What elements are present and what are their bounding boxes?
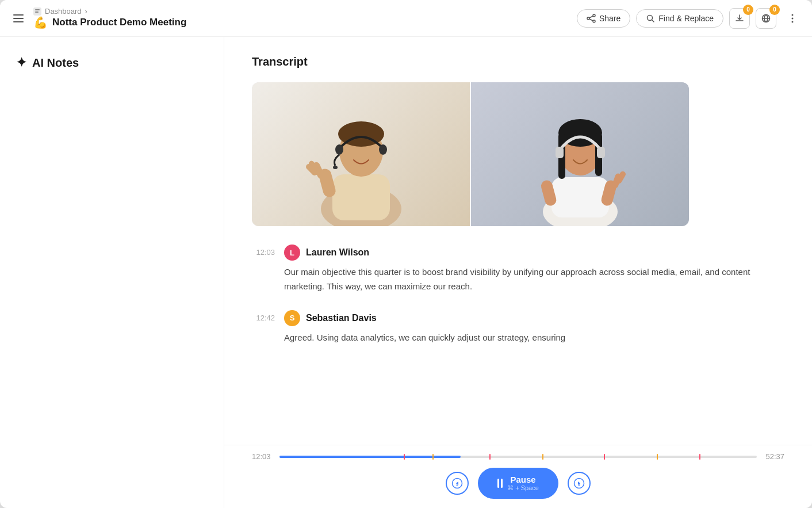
- transcript-header: Transcript: [252, 55, 784, 68]
- translate-button[interactable]: 0: [756, 8, 776, 29]
- title-bar: Dashboard › 💪 Notta Product Demo Meeting: [0, 0, 812, 37]
- progress-fill: [279, 456, 461, 458]
- pause-icon: [497, 479, 503, 488]
- svg-line-10: [589, 19, 593, 21]
- breadcrumb-separator: ›: [85, 7, 87, 16]
- transcript-text: Our main objective this quarter is to bo…: [284, 265, 784, 294]
- transcript-area: Transcript: [224, 37, 812, 445]
- ai-notes-header: ✦ AI Notes: [16, 55, 208, 70]
- speaker-row: S Sebastian Davis: [284, 310, 784, 326]
- page-title: 💪 Notta Product Demo Meeting: [33, 16, 186, 29]
- pause-label-group: Pause ⌘ + Space: [507, 475, 539, 492]
- waveform-mark: [489, 454, 491, 460]
- pause-button[interactable]: Pause ⌘ + Space: [478, 468, 558, 499]
- svg-rect-1: [13, 18, 24, 19]
- find-replace-button[interactable]: Find & Replace: [636, 9, 723, 28]
- waveform-mark: [699, 454, 700, 460]
- page-title-text: Notta Product Demo Meeting: [52, 17, 186, 28]
- video-person-left: [252, 82, 471, 226]
- pause-bar: [501, 479, 503, 488]
- speaker-row: L Lauren Wilson: [284, 245, 784, 261]
- time-end: 52:37: [764, 452, 784, 461]
- svg-point-16: [792, 17, 794, 19]
- title-emoji: 💪: [33, 16, 48, 29]
- svg-rect-30: [551, 177, 609, 217]
- download-badge: 0: [743, 5, 753, 15]
- player-bar: 12:03 52:37: [224, 445, 812, 508]
- transcript-entry: 12:03 L Lauren Wilson Our main objective…: [252, 245, 784, 294]
- more-options-button[interactable]: [782, 8, 803, 29]
- avatar: L: [284, 245, 300, 261]
- ai-notes-panel: ✦ AI Notes: [0, 37, 224, 508]
- video-preview: [252, 82, 689, 226]
- sparkle-icon: ✦: [16, 55, 26, 70]
- progress-bar-container: 12:03 52:37: [252, 452, 784, 461]
- player-controls: 3 Pause ⌘ + Space: [252, 468, 784, 499]
- page-title-row: Dashboard › 💪 Notta Product Demo Meeting: [33, 7, 186, 29]
- share-label: Share: [599, 14, 621, 23]
- avatar: S: [284, 310, 300, 326]
- waveform-mark: [604, 454, 605, 460]
- svg-line-9: [589, 16, 593, 18]
- video-person-right: [471, 82, 689, 226]
- svg-rect-36: [597, 147, 605, 158]
- entry-content: S Sebastian Davis Agreed. Using data ana…: [284, 310, 784, 345]
- menu-button[interactable]: [9, 9, 28, 28]
- speaker-name: Sebastian Davis: [306, 313, 377, 323]
- breadcrumb-label: Dashboard: [45, 7, 82, 16]
- svg-point-6: [593, 14, 595, 17]
- entry-content: L Lauren Wilson Our main objective this …: [284, 245, 784, 294]
- breadcrumb: Dashboard ›: [33, 7, 186, 16]
- find-replace-label: Find & Replace: [658, 14, 714, 23]
- pause-bar: [497, 479, 499, 488]
- svg-rect-19: [332, 174, 390, 220]
- svg-point-23: [379, 144, 387, 155]
- skip-forward-button[interactable]: 3: [568, 472, 591, 495]
- transcript-panel: Transcript: [224, 37, 812, 508]
- share-button[interactable]: Share: [577, 9, 630, 28]
- waveform-mark: [657, 454, 658, 460]
- app-window: Dashboard › 💪 Notta Product Demo Meeting: [0, 0, 812, 508]
- svg-rect-2: [13, 21, 24, 22]
- transcript-text: Agreed. Using data analytics, we can qui…: [284, 331, 784, 345]
- svg-rect-35: [556, 147, 564, 158]
- svg-rect-4: [35, 9, 40, 10]
- svg-rect-0: [13, 14, 24, 16]
- pause-shortcut: ⌘ + Space: [507, 484, 539, 492]
- svg-point-15: [792, 14, 794, 16]
- title-bar-left: Dashboard › 💪 Notta Product Demo Meeting: [9, 7, 186, 29]
- skip-back-button[interactable]: 3: [446, 472, 469, 495]
- translate-badge: 0: [769, 5, 780, 15]
- svg-point-17: [792, 21, 794, 22]
- entry-time: 12:03: [252, 248, 275, 257]
- pause-label: Pause: [507, 475, 539, 484]
- speaker-name: Lauren Wilson: [306, 247, 369, 258]
- download-button[interactable]: 0: [729, 8, 750, 29]
- svg-point-22: [335, 144, 343, 155]
- svg-rect-5: [35, 12, 39, 13]
- progress-track[interactable]: [279, 456, 757, 458]
- svg-point-8: [593, 20, 595, 22]
- entry-time: 12:42: [252, 314, 275, 322]
- title-bar-right: Share Find & Replace 0: [577, 8, 803, 29]
- svg-point-24: [333, 166, 338, 169]
- transcript-entry: 12:42 S Sebastian Davis Agreed. Using da…: [252, 310, 784, 345]
- svg-point-7: [587, 17, 589, 20]
- main-content: ✦ AI Notes Transcript: [0, 37, 812, 508]
- time-start: 12:03: [252, 452, 273, 461]
- waveform-mark: [542, 454, 543, 460]
- ai-notes-title: AI Notes: [32, 56, 79, 70]
- svg-line-12: [652, 20, 654, 22]
